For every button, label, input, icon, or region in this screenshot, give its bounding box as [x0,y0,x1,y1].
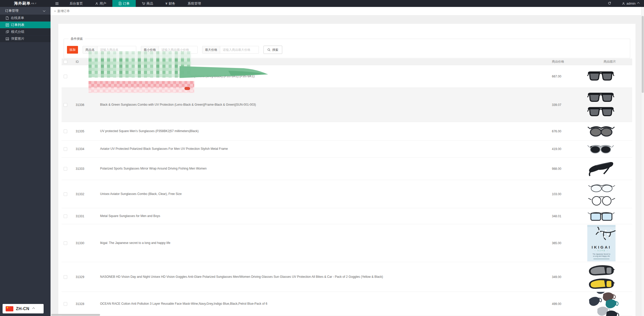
min-price-label: 最小价格 [141,46,159,53]
cell-product-name: UV protected Square Men's Sunglasses (P3… [100,129,549,133]
table-header: ID 商品价格 商品图片 [62,58,632,65]
table-row: 31330Ikigai: The Japanese secret to a lo… [62,224,632,262]
cell-id: 31329 [73,275,100,279]
cell-product-name: NASONEB HD Vision Day and Night Unisex H… [100,275,549,279]
cell-product-price: 103.00 [549,192,585,196]
cell-id: 31328 [73,302,100,306]
vertical-scrollbar-thumb[interactable] [642,16,644,93]
select-all-checkbox[interactable] [64,60,67,64]
vertical-scrollbar [641,7,644,316]
horizontal-scrollbar-thumb[interactable] [51,314,100,316]
cell-id: 31331 [73,214,100,218]
language-switcher[interactable]: ★★★ ZH-CN [3,304,44,313]
nav-item-products[interactable]: 商品 [136,0,159,7]
cell-id: 31330 [73,241,100,245]
cell-product-image [585,157,632,180]
row-checkbox[interactable] [64,103,67,107]
svg-text:IKIGAI: IKIGAI [592,245,611,249]
nav-item-finance[interactable]: ¥ 财务 [159,0,181,7]
hamburger-menu-icon[interactable] [51,0,63,7]
china-flag-icon: ★★★ [6,306,13,311]
yen-icon: ¥ [165,2,167,5]
row-checkbox[interactable] [64,147,67,151]
sidebar-group-order-management[interactable]: 订单管理 [0,7,51,15]
table-row: 31333Polarized Sports Sunglasses Mirror … [62,157,632,180]
table-body: millimeters|Smoke (Grey/Black) (P357BK1)… [62,65,632,316]
chevron-up-icon [32,308,35,310]
product-table: ID 商品价格 商品图片 millimeters|Smoke (Grey/Bla… [62,58,632,316]
refresh-icon[interactable] [602,2,617,6]
search-panel: 条件搜索 添加 商品名 最小价格 最大价格 搜索 [64,37,630,58]
row-checkbox[interactable] [64,214,67,218]
table-row: 31334Aviator UV Protected Polarized Blac… [62,141,632,157]
row-checkbox[interactable] [64,167,67,171]
max-price-input[interactable] [220,46,259,53]
table-row: 31335UV protected Square Men's Sunglasse… [62,122,632,141]
sidebar-item-popup-image[interactable]: 弹窗图片 [0,35,51,42]
product-name-field-group: 商品名 [83,46,136,54]
table-row: 31332Unisex Aviator Sunglasses Combo (Bl… [62,180,632,208]
row-checkbox[interactable] [64,130,67,133]
row-checkbox[interactable] [64,302,67,306]
document-icon [119,2,122,5]
image-icon [6,37,9,41]
cell-id: 31335 [73,130,100,133]
row-checkbox[interactable] [64,241,67,245]
nav-item-system[interactable]: 系统管理 [181,0,207,7]
language-code: ZH-CN [16,307,29,311]
cell-product-name: millimeters|Smoke (Grey/Black) (P357BK1)… [100,74,549,78]
row-checkbox[interactable] [64,192,67,196]
cell-product-price: 365.00 [549,241,585,245]
admin-dropdown[interactable]: admin [617,2,644,5]
search-panel-legend: 条件搜索 [69,37,85,41]
product-name-input[interactable] [97,46,136,53]
cell-product-name: Ikigai: The Japanese secret to a long an… [100,241,549,245]
table-row: 31329NASONEB HD Vision Day and Night Uni… [62,262,632,292]
max-price-field-group: 最大价格 [202,46,259,54]
admin-name: admin [627,2,636,5]
app-logo: 海外刷单V3.7 [0,0,51,7]
product-name-label: 商品名 [83,46,97,53]
add-button[interactable]: 添加 [67,46,78,54]
row-checkbox[interactable] [64,275,67,279]
cell-id: 31332 [73,192,100,196]
row-checkbox[interactable] [64,75,67,78]
eyeglasses-clear-pair-image [587,181,616,207]
cart-icon [142,2,145,5]
svg-text:The Japanese Secret to: The Japanese Secret to [592,253,610,255]
topbar-right: admin [602,0,644,7]
column-header-price: 商品价格 [549,60,585,64]
max-price-label: 最大价格 [202,46,220,53]
search-button[interactable]: 搜索 [264,46,282,54]
app-logo-text: 海外刷单 [14,1,31,6]
sidebar-item-online-dispatch[interactable]: 在线派单 [0,15,51,22]
nav-item-users[interactable]: 用户 [89,0,112,7]
table-row: 31336Black & Green Sunglasses Combo with… [62,88,632,122]
cell-product-image [585,65,632,88]
cell-product-image [585,208,632,224]
main-content: 条件搜索 添加 商品名 最小价格 最大价格 搜索 [51,15,644,316]
app-version: V3.7 [31,2,36,5]
sunglasses-aviator-grey-image [587,124,615,139]
svg-text:— 生き甲斐 —: — 生き甲斐 — [594,250,608,251]
cell-product-image [585,141,632,157]
sidebar: 订单管理 在线派单 订单列表 模式分组 弹窗图片 [0,7,51,316]
content-card: 条件搜索 添加 商品名 最小价格 最大价格 搜索 [58,24,636,316]
sunglasses-aviator-metal-image [587,143,614,155]
cell-product-name: Metal Square Sunglasses for Men and Boys [100,214,549,218]
group-icon [6,30,9,34]
sidebar-item-mode-group[interactable]: 模式分组 [0,28,51,35]
min-price-input[interactable] [159,46,197,53]
cell-product-price: 499.00 [549,302,585,306]
nav-item-orders[interactable]: 订单 [112,0,136,7]
cell-id: 31336 [73,103,100,107]
chevron-down-icon [43,9,45,12]
cell-product-name: Aviator UV Protected Polarized Black Sun… [100,147,549,151]
cell-product-price: 988.00 [549,167,585,171]
sidebar-item-order-list[interactable]: 订单列表 [0,22,51,28]
hamburger-icon [55,2,59,5]
user-icon [95,2,98,5]
table-row: 31331Metal Square Sunglasses for Men and… [62,208,632,224]
cell-product-image: IKIGAI — 生き甲斐 — The Japanese Secret to a… [585,224,632,262]
nav-item-home[interactable]: 后台首页 [63,0,89,7]
